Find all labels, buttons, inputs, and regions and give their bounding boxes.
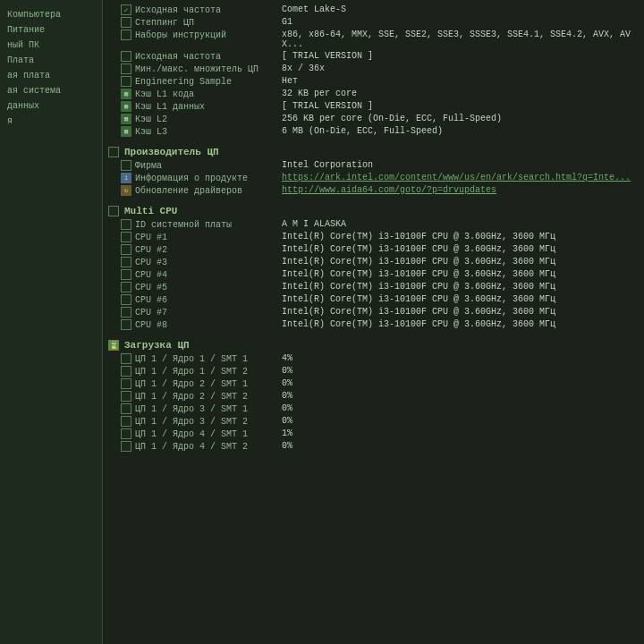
row-value: 8x / 36x (282, 64, 639, 73)
row-value: 0% (282, 403, 639, 413)
checkbox[interactable] (121, 30, 131, 40)
section-header-multicpu: Multi CPU (103, 204, 644, 218)
cache-icon: ▦ (121, 114, 131, 124)
table-row-smt4-1: ЦП 1 / Ядро 4 / SMT 1 1% (103, 428, 644, 440)
row-value: 6 MB (On-Die, ECC, Full-Speed) (282, 126, 639, 136)
row-value: 0% (282, 366, 639, 376)
row-value: 32 KB per core (282, 89, 639, 98)
row-label: ▦ Кэш L1 кода (121, 89, 282, 99)
row-label: ЦП 1 / Ядро 3 / SMT 1 (121, 403, 282, 414)
checkbox[interactable] (121, 353, 131, 364)
table-row-cpu1: CPU #1 Intel(R) Core(TM) i3-10100F CPU @… (103, 231, 644, 243)
table-row: i Информация о продукте https://ark.inte… (103, 172, 644, 184)
checkbox[interactable] (121, 160, 131, 171)
table-row-smt3-1: ЦП 1 / Ядро 3 / SMT 1 0% (103, 402, 644, 415)
table-row-cpu5: CPU #5 Intel(R) Core(TM) i3-10100F CPU @… (103, 281, 644, 293)
table-row: ▦ Кэш L2 256 KB per core (On-Die, ECC, F… (103, 113, 644, 125)
row-label: CPU #8 (121, 319, 282, 330)
sidebar-item-misc[interactable]: я (0, 114, 102, 129)
row-value: [ TRIAL VERSION ] (282, 101, 639, 111)
cpu-load-section: ⌛ Загрузка ЦП ЦП 1 / Ядро 1 / SMT 1 4% Ц… (103, 338, 644, 453)
row-label: Исходная частота (121, 4, 282, 15)
checkbox[interactable] (121, 232, 131, 242)
multi-cpu-section: Multi CPU ID системной платы A M I ALASK… (103, 204, 644, 331)
row-value: Comet Lake-S (282, 4, 639, 14)
sidebar-item-system[interactable]: ая система (0, 83, 102, 98)
row-label: ID системной платы (121, 219, 282, 230)
manufacturer-section: Производитель ЦП Фирма Intel Corporation… (103, 145, 644, 197)
checkbox[interactable] (121, 219, 131, 230)
row-value: A M I ALASKA (282, 219, 639, 229)
row-label: CPU #5 (121, 282, 282, 292)
table-row: Исходная частота [ TRIAL VERSION ] (103, 50, 644, 63)
row-label: CPU #6 (121, 294, 282, 305)
row-label: ▦ Кэш L3 (121, 126, 282, 137)
checkbox-manufacturer[interactable] (108, 147, 119, 157)
row-value: Intel(R) Core(TM) i3-10100F CPU @ 3.60GH… (282, 257, 639, 267)
checkbox[interactable] (121, 282, 131, 292)
row-label: Engineering Sample (121, 76, 282, 87)
checkbox[interactable] (121, 319, 131, 330)
sidebar-item-board1[interactable]: Плата (0, 53, 102, 68)
table-row-smt4-2: ЦП 1 / Ядро 4 / SMT 2 0% (103, 440, 644, 453)
table-row: Наборы инструкций x86, x86-64, MMX, SSE,… (103, 29, 644, 50)
row-value: Intel(R) Core(TM) i3-10100F CPU @ 3.60GH… (282, 319, 639, 329)
row-value: 1% (282, 428, 639, 438)
sidebar: Компьютера Питание ный ПК Плата ая плата… (0, 0, 103, 644)
checkbox[interactable] (121, 269, 131, 280)
sidebar-item-pc[interactable]: ный ПК (0, 38, 102, 53)
table-row-cpu6: CPU #6 Intel(R) Core(TM) i3-10100F CPU @… (103, 293, 644, 306)
cache-icon: ▦ (121, 126, 131, 137)
row-label: ЦП 1 / Ядро 4 / SMT 1 (121, 428, 282, 439)
row-value-link[interactable]: http://www.aida64.com/goto/?p=drvupdates (282, 185, 639, 195)
checkbox[interactable] (121, 244, 131, 255)
table-row: ID системной платы A M I ALASKA (103, 218, 644, 231)
checkbox[interactable] (121, 257, 131, 267)
checkbox[interactable] (121, 441, 131, 452)
checkbox[interactable] (121, 366, 131, 377)
checkbox-multicpu[interactable] (108, 206, 119, 216)
row-value: G1 (282, 17, 639, 27)
table-row-smt1-2: ЦП 1 / Ядро 1 / SMT 2 0% (103, 365, 644, 377)
sidebar-item-data[interactable]: данных (0, 98, 102, 114)
info-icon: i (121, 173, 131, 183)
row-label: CPU #7 (121, 307, 282, 318)
table-row-cpu3: CPU #3 Intel(R) Core(TM) i3-10100F CPU @… (103, 256, 644, 268)
sidebar-item-computer[interactable]: Компьютера (0, 7, 102, 22)
table-row-cpu7: CPU #7 Intel(R) Core(TM) i3-10100F CPU @… (103, 306, 644, 318)
table-row: Исходная частота Comet Lake-S (103, 4, 644, 16)
checkbox[interactable] (121, 17, 131, 28)
checkbox[interactable] (121, 391, 131, 402)
checkbox[interactable] (121, 4, 131, 15)
table-row: Engineering Sample Нет (103, 75, 644, 88)
checkbox[interactable] (121, 64, 131, 74)
table-row: Фирма Intel Corporation (103, 159, 644, 172)
checkbox[interactable] (121, 76, 131, 87)
sidebar-item-board2[interactable]: ая плата (0, 68, 102, 83)
table-row: Мин./макс. множитель ЦП 8x / 36x (103, 63, 644, 75)
row-label: ЦП 1 / Ядро 2 / SMT 1 (121, 378, 282, 389)
checkbox[interactable] (121, 294, 131, 305)
checkbox[interactable] (121, 428, 131, 439)
sidebar-item-power[interactable]: Питание (0, 22, 102, 38)
row-value-link[interactable]: https://ark.intel.com/content/www/us/en/… (282, 173, 639, 182)
row-label: ↻ Обновление драйверов (121, 185, 282, 196)
row-value: 4% (282, 353, 639, 363)
row-value: 0% (282, 441, 639, 451)
checkbox[interactable] (121, 51, 131, 62)
row-label: i Информация о продукте (121, 173, 282, 183)
row-value: Intel(R) Core(TM) i3-10100F CPU @ 3.60GH… (282, 244, 639, 254)
table-row: Степпинг ЦП G1 (103, 16, 644, 29)
row-label: Фирма (121, 160, 282, 171)
checkbox[interactable] (121, 378, 131, 389)
checkbox[interactable] (121, 403, 131, 414)
row-value: 256 KB per core (On-Die, ECC, Full-Speed… (282, 114, 639, 123)
checkbox[interactable] (121, 416, 131, 427)
row-label: ЦП 1 / Ядро 1 / SMT 1 (121, 353, 282, 364)
table-row: ▦ Кэш L3 6 MB (On-Die, ECC, Full-Speed) (103, 125, 644, 138)
row-value: Intel(R) Core(TM) i3-10100F CPU @ 3.60GH… (282, 269, 639, 279)
checkbox[interactable] (121, 307, 131, 318)
table-row-smt3-2: ЦП 1 / Ядро 3 / SMT 2 0% (103, 415, 644, 428)
main-content: Исходная частота Comet Lake-S Степпинг Ц… (103, 0, 644, 644)
row-label: Степпинг ЦП (121, 17, 282, 28)
